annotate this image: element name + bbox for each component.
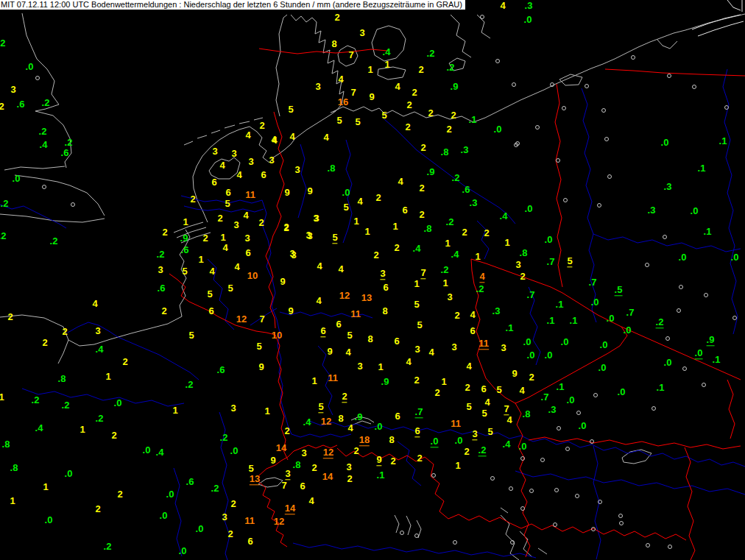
station-value: .0 [230, 447, 239, 456]
station-value: 4 [234, 263, 239, 272]
station-value: .3 [492, 307, 501, 316]
station-value: 1 [384, 60, 389, 69]
station-marker [692, 85, 696, 89]
station-value: 16 [338, 98, 348, 107]
station-marker [510, 540, 515, 545]
station-value: 2 [464, 447, 469, 456]
station-value: 5 [332, 233, 337, 244]
station-value: .2 [656, 318, 664, 328]
station-value: 11 [451, 419, 461, 428]
station-value: .0 [679, 253, 687, 262]
station-value: .6 [158, 284, 166, 293]
station-value: 1 [198, 255, 203, 264]
station-value: 2 [122, 358, 127, 366]
station-value: 2 [227, 530, 233, 539]
coastline-layer [0, 0, 745, 560]
station-value: 2 [419, 184, 424, 193]
station-value: 6 [383, 283, 388, 292]
station-value: 2 [451, 111, 456, 120]
station-value: .8 [293, 461, 301, 469]
station-value: .4 [156, 448, 164, 457]
station-value: .6 [61, 149, 69, 157]
station-value: 12 [236, 315, 247, 324]
station-value: .6 [186, 478, 194, 486]
station-value: .9 [427, 168, 435, 177]
station-value: .2 [32, 396, 40, 405]
station-marker [682, 366, 687, 371]
station-value: 4 [395, 82, 400, 91]
station-value: .2 [104, 542, 112, 551]
station-marker [480, 15, 484, 19]
station-value: 2 [412, 88, 417, 97]
station-value: 4 [308, 497, 314, 506]
station-marker [512, 82, 516, 87]
station-value: 4 [317, 262, 322, 271]
station-marker [71, 202, 75, 207]
station-value: 2 [161, 307, 166, 316]
station-value: .8 [523, 410, 531, 419]
station-value: 1 [378, 363, 383, 372]
station-value: .8 [424, 224, 432, 233]
station-value: .0 [691, 207, 699, 216]
station-value: .2 [220, 433, 228, 442]
station-value: 1 [311, 377, 317, 386]
station-value: 1 [475, 252, 480, 261]
station-value: .3 [548, 405, 557, 414]
station-value: 1 [392, 222, 398, 231]
station-value: 2 [162, 228, 167, 237]
station-value: 6 [320, 327, 325, 337]
station-value: 5 [417, 321, 422, 330]
station-marker [562, 106, 566, 110]
station-value: .0 [26, 63, 34, 71]
station-value: 2 [353, 447, 359, 456]
station-value: 2 [428, 109, 433, 118]
station-value: .9 [180, 234, 188, 243]
station-value: 5 [182, 267, 187, 276]
station-value: 3 [501, 344, 506, 352]
station-value: 4 [345, 348, 350, 357]
station-marker [679, 285, 683, 289]
station-value: 4 [479, 272, 484, 283]
station-value: .1 [506, 324, 514, 333]
station-value: 3 [306, 231, 311, 240]
station-value: 2 [202, 234, 208, 243]
station-value: .0 [561, 338, 569, 347]
station-marker [400, 531, 404, 535]
station-value: .0 [567, 396, 575, 405]
station-value: .1 [469, 116, 477, 124]
station-marker [645, 263, 649, 267]
station-value: 6 [300, 482, 305, 491]
station-marker [618, 514, 623, 518]
station-value: .2 [62, 401, 70, 410]
station-value: .0 [599, 364, 607, 372]
station-value: .3 [664, 182, 672, 191]
station-marker [529, 489, 534, 493]
station-value: 5 [487, 428, 492, 436]
station-value: 3 [313, 214, 318, 223]
station-value: 4 [338, 75, 343, 84]
station-value: 12 [274, 517, 284, 526]
station-value: 1 [364, 227, 370, 236]
station-value: 9 [376, 456, 381, 466]
station-value: 4 [398, 177, 403, 186]
station-value: 5 [381, 111, 386, 120]
station-value: 4 [338, 265, 343, 274]
station-value: .4 [413, 244, 421, 253]
station-value: 2 [419, 210, 424, 219]
station-value: 3 [447, 293, 452, 302]
station-marker [652, 406, 656, 411]
station-value: 9 [512, 369, 517, 378]
station-marker [554, 488, 559, 492]
station-value: .9 [381, 378, 389, 386]
station-value: 2 [334, 13, 339, 22]
station-value: .2 [446, 218, 454, 227]
station-value: 2 [405, 123, 410, 132]
station-value: 2 [394, 244, 399, 252]
station-marker [597, 203, 601, 208]
station-value: 2 [414, 376, 419, 385]
station-value: 7 [350, 88, 356, 97]
station-value: 4 [466, 362, 471, 371]
station-value: 3 [380, 269, 385, 280]
station-value: 2 [258, 219, 264, 227]
station-value: 4 [236, 171, 241, 180]
